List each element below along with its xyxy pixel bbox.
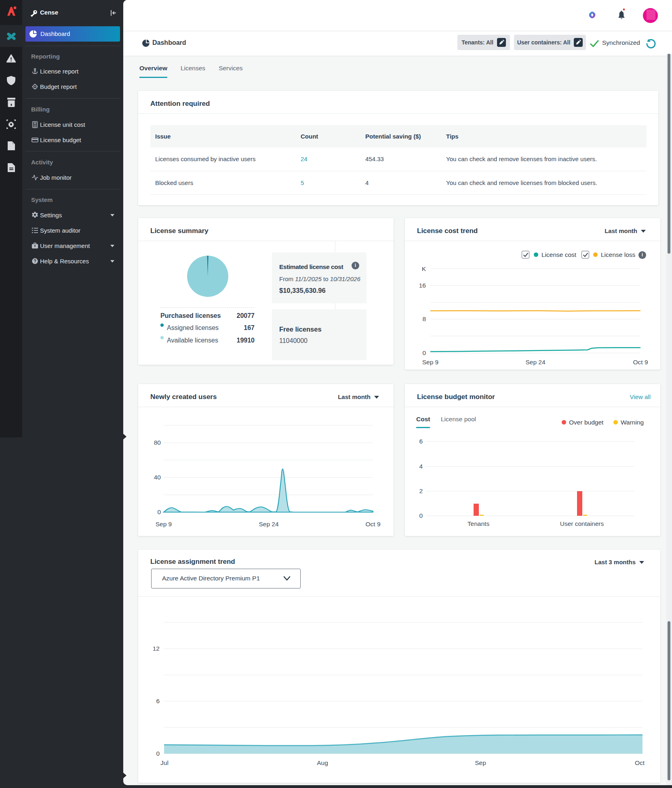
svg-text:80: 80 — [154, 439, 161, 446]
svg-text:Oct 9: Oct 9 — [365, 521, 380, 527]
svg-text:4: 4 — [419, 463, 423, 470]
svg-text:Jul: Jul — [160, 759, 169, 766]
svg-text:K: K — [422, 265, 426, 272]
svg-text:Sep 24: Sep 24 — [259, 521, 279, 527]
svg-text:Oct: Oct — [635, 759, 645, 766]
svg-text:2: 2 — [419, 488, 423, 494]
svg-text:12: 12 — [153, 645, 160, 652]
svg-text:Aug: Aug — [317, 759, 328, 766]
svg-text:0: 0 — [422, 349, 426, 356]
svg-text:Sep: Sep — [475, 759, 486, 766]
svg-text:6: 6 — [419, 438, 423, 445]
svg-text:6: 6 — [156, 698, 160, 704]
svg-text:Sep 9: Sep 9 — [156, 521, 172, 527]
svg-text:Tenants: Tenants — [468, 520, 490, 527]
svg-text:Sep 9: Sep 9 — [422, 359, 439, 366]
svg-text:0: 0 — [157, 509, 161, 515]
svg-text:Oct 9: Oct 9 — [633, 359, 648, 366]
svg-text:0: 0 — [156, 750, 160, 757]
svg-text:8: 8 — [422, 315, 426, 322]
svg-text:16: 16 — [419, 282, 426, 289]
svg-text:40: 40 — [154, 474, 161, 481]
svg-text:Sep 24: Sep 24 — [525, 359, 546, 366]
svg-text:0: 0 — [419, 512, 423, 519]
svg-text:User containers: User containers — [560, 520, 604, 527]
